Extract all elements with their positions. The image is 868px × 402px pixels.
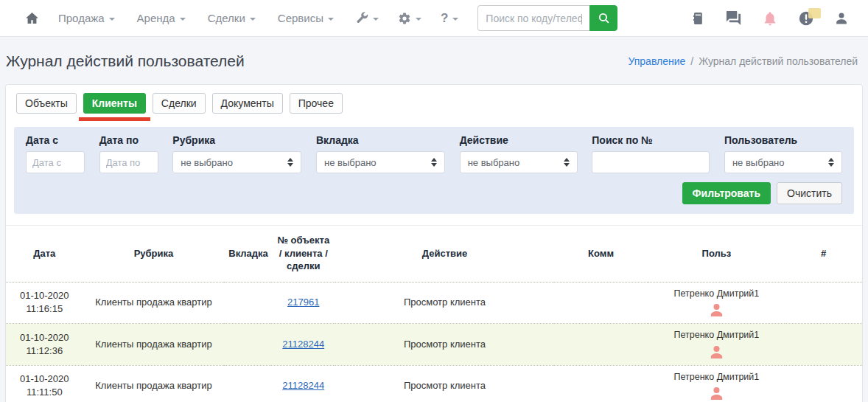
tabs-bar: Объекты Клиенты Сделки Документы Прочее <box>6 85 862 125</box>
filter-input[interactable] <box>592 151 710 173</box>
cell-rubric: Клиенты продажа квартир <box>83 282 225 324</box>
object-number-link[interactable]: 21128244 <box>282 380 324 391</box>
column-header: Вкладка <box>224 226 271 283</box>
page-title: Журнал действий пользователей <box>6 52 245 70</box>
filter-fields-row: Дата с Дата по <box>26 134 842 173</box>
navbar-status-icons <box>690 10 856 27</box>
filter-select[interactable]: не выбрано <box>460 151 578 173</box>
cell-action: Просмотр клиента <box>335 324 553 366</box>
table-row: 01-10-2020 11:16:15 Клиенты продажа квар… <box>6 282 862 324</box>
page-header: Журнал действий пользователей Управление… <box>0 37 868 84</box>
notifications-bell-icon[interactable] <box>762 10 778 27</box>
row-date: 01-10-2020 <box>10 372 79 386</box>
search-input[interactable] <box>477 5 589 31</box>
object-number-link[interactable]: 217961 <box>287 297 319 308</box>
clear-button[interactable]: Очистить <box>777 182 842 204</box>
nav-menu: Продажа Аренда Сделки Сервисы <box>58 12 334 24</box>
cell-hash <box>785 365 862 402</box>
table-row: 01-10-2020 11:12:36 Клиенты продажа квар… <box>6 324 862 366</box>
breadcrumb-link[interactable]: Управление <box>628 55 685 67</box>
tab[interactable]: Сделки <box>153 93 206 114</box>
column-header: Действие <box>335 226 553 283</box>
table-row: 01-10-2020 11:11:50 Клиенты продажа квар… <box>6 365 862 402</box>
select-arrows-icon <box>287 158 293 167</box>
chat-icon[interactable] <box>725 10 742 27</box>
tab[interactable]: Клиенты <box>83 93 146 114</box>
gear-icon <box>398 12 411 25</box>
tab[interactable]: Прочее <box>290 93 343 114</box>
cell-action: Просмотр клиента <box>335 282 553 324</box>
alerts-icon[interactable] <box>798 10 814 27</box>
filter-label: Дата по <box>99 134 158 146</box>
tools-menu[interactable] <box>356 12 379 24</box>
filter-field: Вкладка не выбрано <box>316 134 445 173</box>
table-header-row: Дата Рубрика Вкладка № объекта / клиента… <box>6 226 862 283</box>
cell-comment <box>554 282 648 324</box>
filter-field: Пользователь не выбрано <box>724 134 842 173</box>
chevron-down-icon <box>416 18 421 21</box>
chevron-down-icon <box>373 18 379 21</box>
row-date: 01-10-2020 <box>10 289 79 302</box>
breadcrumb: Управление / Журнал действий пользовател… <box>628 55 858 67</box>
wrench-icon <box>356 12 368 24</box>
cell-number: 21128244 <box>271 365 335 402</box>
tab[interactable]: Документы <box>212 93 283 114</box>
filter-select[interactable]: не выбрано <box>172 151 301 173</box>
filter-label: Дата с <box>26 134 85 146</box>
filter-select[interactable]: не выбрано <box>724 151 842 173</box>
breadcrumb-separator: / <box>690 55 693 67</box>
row-time: 11:11:50 <box>10 386 79 399</box>
filter-select-value: не выбрано <box>324 157 377 168</box>
filter-field: Действие не выбрано <box>460 134 578 173</box>
filter-panel: Дата с Дата по <box>14 127 854 214</box>
column-header: Дата <box>6 226 83 283</box>
select-arrows-icon <box>564 158 570 167</box>
home-icon[interactable] <box>25 11 39 25</box>
cell-rubric: Клиенты продажа квартир <box>83 365 225 402</box>
nav-menu-label: Сервисы <box>278 12 323 24</box>
object-number-link[interactable]: 21128244 <box>282 339 324 350</box>
settings-menu[interactable] <box>398 12 421 25</box>
tab[interactable]: Объекты <box>16 93 77 114</box>
select-arrows-icon <box>828 158 834 167</box>
nav-menu-label: Продажа <box>58 12 105 24</box>
content-card: Объекты Клиенты Сделки Документы Прочее … <box>5 84 863 402</box>
cell-comment <box>554 324 648 366</box>
cell-tab <box>224 324 271 366</box>
search-icon <box>598 12 610 24</box>
filter-select-value: не выбрано <box>468 157 520 168</box>
nav-menu-item[interactable]: Аренда <box>137 12 186 24</box>
row-user-name: Петренко Дмитрий1 <box>674 288 760 301</box>
nav-menu-item[interactable]: Сделки <box>208 12 256 24</box>
journal-icon[interactable] <box>690 11 705 26</box>
cell-number: 217961 <box>271 282 335 324</box>
cell-hash <box>785 282 862 324</box>
cell-action: Просмотр клиента <box>335 365 553 402</box>
filter-input[interactable] <box>99 151 158 173</box>
filter-field: Дата по <box>99 134 158 173</box>
filter-button[interactable]: Фильтровать <box>682 182 771 204</box>
filter-input[interactable] <box>26 151 85 173</box>
filter-select[interactable]: не выбрано <box>316 151 445 173</box>
help-menu[interactable]: ? <box>441 11 458 26</box>
row-user-name: Петренко Дмитрий1 <box>674 329 760 342</box>
user-icon <box>707 384 726 402</box>
nav-menu-item[interactable]: Продажа <box>58 12 115 24</box>
cell-date: 01-10-2020 11:11:50 <box>6 365 83 402</box>
search-button[interactable] <box>589 5 617 31</box>
chevron-down-icon <box>452 18 458 21</box>
select-arrows-icon <box>431 158 437 167</box>
nav-menu-item[interactable]: Сервисы <box>278 12 334 24</box>
alert-badge <box>808 8 821 18</box>
column-header: Комм <box>554 226 648 283</box>
user-icon <box>707 343 726 361</box>
nav-icon-menus: ? <box>356 11 458 26</box>
row-time: 11:16:15 <box>10 302 79 316</box>
profile-icon[interactable] <box>834 11 849 26</box>
filter-select-value: не выбрано <box>732 157 785 168</box>
chevron-down-icon <box>328 18 334 21</box>
nav-menu-label: Аренда <box>137 12 175 24</box>
cell-comment <box>554 365 648 402</box>
filter-actions: Фильтровать Очистить <box>26 182 842 204</box>
filter-select-value: не выбрано <box>181 157 233 168</box>
